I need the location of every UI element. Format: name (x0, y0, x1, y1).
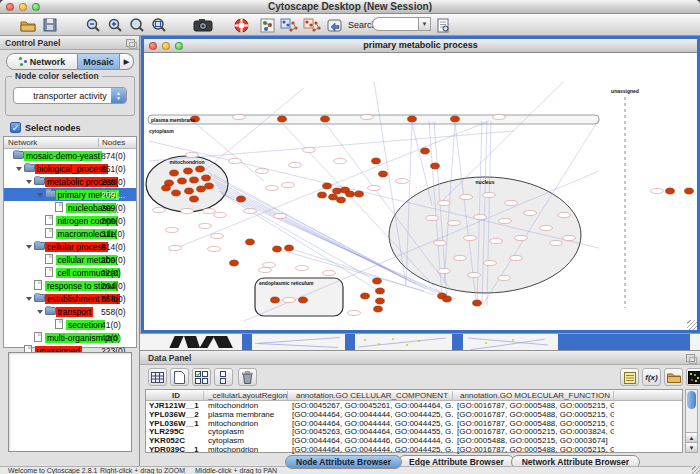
network-node[interactable] (473, 300, 482, 306)
network-node[interactable] (162, 185, 171, 191)
destroy-network-view-icon[interactable] (302, 16, 322, 34)
tree-row[interactable]: cellular process614(0) (4, 240, 136, 253)
network-node[interactable] (178, 178, 187, 184)
select-nodes-checkbox[interactable]: ✓ (10, 122, 21, 133)
network-node[interactable] (321, 116, 330, 122)
new-attribute-icon[interactable] (170, 368, 189, 386)
network-node[interactable] (333, 188, 342, 194)
tree-col-nodes[interactable]: Nodes (98, 138, 125, 147)
data-panel-float-icon[interactable] (686, 354, 695, 362)
table-row[interactable]: YPL036W__1mitochondrion[GO:0044464, GO:0… (146, 419, 682, 428)
tree-row[interactable]: macromolecule311(0) (4, 227, 136, 240)
network-node[interactable] (373, 278, 382, 284)
network-node[interactable] (190, 196, 199, 202)
network-node[interactable] (337, 197, 346, 203)
network-node[interactable] (197, 186, 206, 192)
network-node[interactable] (184, 168, 193, 174)
network-node[interactable] (299, 297, 308, 303)
select-attributes-icon[interactable] (192, 368, 211, 386)
annotation-notepad-icon[interactable] (620, 368, 639, 386)
zoom-selected-icon[interactable] (128, 16, 146, 34)
tree-row[interactable]: nitrogen compo209(0) (4, 214, 136, 227)
network-node[interactable] (323, 183, 332, 189)
expand-arrow-icon[interactable] (26, 297, 32, 301)
tree-row[interactable]: establishment of lo558(0) (4, 292, 136, 305)
col-cellular-component[interactable]: annotation.GO CELLULAR_COMPONENT (288, 391, 453, 401)
search-advanced-icon[interactable] (434, 16, 452, 34)
tree-row[interactable]: transport558(0) (4, 305, 136, 318)
tree-row[interactable]: primary metabo209(... (4, 188, 136, 201)
tree-row[interactable]: metabolic process280(0) (4, 175, 136, 188)
scroll-up-icon[interactable]: ▲ (686, 432, 697, 442)
snapshot-camera-icon[interactable] (192, 16, 214, 34)
zoom-fit-icon[interactable] (150, 16, 168, 34)
network-node[interactable] (318, 192, 327, 198)
network-node[interactable] (372, 158, 381, 164)
save-icon[interactable] (41, 16, 59, 34)
col-molecular-function[interactable]: annotation.GO MOLECULAR_FUNCTION (453, 391, 614, 401)
network-node[interactable] (285, 245, 294, 251)
window-resize-grip[interactable] (692, 466, 700, 474)
tree-row[interactable]: multi-organism pro42(0) (4, 331, 136, 344)
network-node[interactable] (666, 188, 675, 194)
attribute-matrix-icon[interactable] (686, 368, 700, 386)
vizmapper-icon[interactable] (325, 16, 343, 34)
zoom-out-icon[interactable] (84, 16, 102, 34)
attribute-table-icon[interactable] (148, 368, 167, 386)
network-node[interactable] (190, 177, 199, 183)
tree-row[interactable]: cell communicat22(0) (4, 266, 136, 279)
network-node[interactable] (355, 191, 364, 197)
table-row[interactable]: YPL036W__2plasma membrane[GO:0044464, GO… (146, 410, 682, 419)
network-node[interactable] (202, 175, 211, 181)
network-node[interactable] (185, 188, 194, 194)
network-node[interactable] (379, 171, 388, 177)
formula-fx-icon[interactable]: f(x) (642, 368, 661, 386)
tree-row[interactable]: mosaic-demo-yeast874(0) (4, 149, 136, 162)
frame-resize-grip[interactable] (687, 320, 697, 330)
help-lifering-icon[interactable] (232, 16, 250, 34)
network-node[interactable] (230, 260, 239, 266)
search-input[interactable] (372, 17, 418, 31)
tree-col-network[interactable]: Network (8, 138, 37, 147)
expand-arrow-icon[interactable] (26, 180, 32, 184)
table-row[interactable]: YLR295Ccytoplasm[GO:0045263, GO:0044464,… (146, 427, 682, 436)
col-id[interactable]: ID (146, 391, 204, 401)
tab-mosaic[interactable]: Mosaic (78, 53, 120, 70)
tab-node-attribute-browser[interactable]: Node Attribute Browser (285, 455, 402, 469)
table-row[interactable]: YDR039C__1mitochondrion[GO:0044464, GO:0… (146, 445, 682, 454)
network-node[interactable] (685, 188, 694, 194)
network-node[interactable] (451, 116, 460, 122)
network-node[interactable] (196, 166, 205, 172)
network-node[interactable] (376, 298, 385, 304)
node-color-dropdown[interactable]: transporter activity ▲▼ (13, 87, 127, 104)
unselect-attributes-icon[interactable] (214, 368, 233, 386)
tab-network[interactable]: Network (6, 53, 78, 70)
expand-arrow-icon[interactable] (16, 167, 22, 171)
search-dropdown-icon[interactable]: ▼ (418, 17, 431, 31)
network-node[interactable] (170, 170, 179, 176)
delete-attribute-trash-icon[interactable] (238, 368, 257, 386)
create-network-view-icon[interactable] (279, 16, 299, 34)
network-node[interactable] (329, 194, 338, 200)
network-node[interactable] (172, 190, 181, 196)
zoom-in-icon[interactable] (106, 16, 124, 34)
tab-overflow-icon[interactable]: ▶ (120, 53, 134, 70)
tree-row[interactable]: biological_process651(0) (4, 162, 136, 175)
network-node[interactable] (278, 116, 287, 122)
network-node[interactable] (408, 116, 417, 122)
network-node[interactable] (431, 163, 440, 169)
scroll-down-icon[interactable]: ▼ (686, 442, 697, 452)
import-folder-icon[interactable] (664, 368, 683, 386)
network-canvas[interactable]: plasma membranecytoplasmmitochondrionnuc… (144, 53, 697, 330)
expand-arrow-icon[interactable] (26, 245, 32, 249)
col-layout-region[interactable]: _cellularLayoutRegion (204, 391, 288, 401)
scrollbar-thumb[interactable] (687, 391, 696, 409)
tree-row[interactable]: secretion41(0) (4, 318, 136, 331)
network-node[interactable] (237, 196, 246, 202)
table-scrollbar[interactable]: ▲ ▼ (685, 389, 698, 453)
network-overview-icon[interactable] (258, 16, 276, 34)
network-node[interactable] (273, 246, 282, 252)
expand-arrow-icon[interactable] (37, 193, 43, 197)
tree-row[interactable]: nucleobase-209(0) (4, 201, 136, 214)
network-frame-titlebar[interactable]: primary metabolic process (144, 39, 697, 53)
